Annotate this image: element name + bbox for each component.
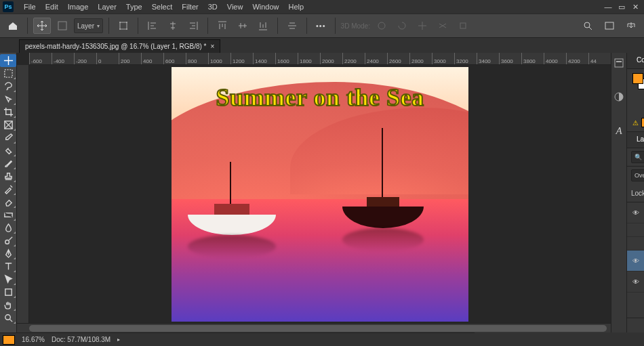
adjustments-panel-icon[interactable] (611, 89, 626, 104)
layer-filter-kind-dropdown[interactable]: 🔍Kind▾ (631, 151, 644, 163)
menu-select[interactable]: Select (147, 0, 178, 14)
dodge-tool[interactable] (0, 234, 16, 247)
svg-point-15 (5, 315, 10, 320)
crop-tool[interactable] (0, 106, 16, 118)
layers-panel: Layers Channels Paths ≡ 🔍Kind▾ ▦ ◐ T ▭ ▣… (627, 131, 644, 332)
align-top-icon[interactable] (214, 18, 231, 34)
pen-tool[interactable] (0, 247, 16, 260)
menu-window[interactable]: Window (247, 0, 283, 14)
align-bottom-icon[interactable] (254, 18, 272, 34)
character-panel-icon[interactable]: A (611, 123, 626, 138)
quick-select-tool[interactable] (0, 93, 16, 106)
svg-point-3 (126, 22, 127, 23)
3d-mode-label: 3D Mode: (341, 22, 370, 30)
move-tool[interactable] (0, 54, 16, 67)
align-vcenter-icon[interactable] (234, 18, 251, 34)
document-tab-strip: pexels-matt-hardy-1536305.jpg @ 16.7% (L… (0, 38, 644, 53)
marquee-tool[interactable] (0, 67, 16, 80)
type-tool[interactable] (0, 260, 16, 273)
history-brush-tool[interactable] (0, 183, 16, 196)
path-select-tool[interactable] (0, 273, 16, 286)
auto-select-target-dropdown[interactable]: Layer▾ (74, 18, 103, 33)
align-right-icon[interactable] (184, 18, 202, 34)
svg-point-13 (5, 240, 9, 244)
collapsed-panel-strip: A (611, 53, 626, 332)
stamp-tool[interactable] (0, 170, 16, 183)
align-left-icon[interactable] (144, 18, 161, 34)
svg-rect-7 (460, 23, 466, 28)
menu-help[interactable]: Help (284, 0, 309, 14)
document-tab[interactable]: pexels-matt-hardy-1536305.jpg @ 16.7% (L… (19, 39, 220, 53)
svg-rect-17 (616, 61, 622, 62)
boat-left (188, 181, 276, 235)
view-options-icon[interactable] (601, 18, 618, 34)
eraser-tool[interactable] (0, 196, 16, 209)
transform-controls-toggle[interactable] (115, 18, 132, 34)
fg-bg-swatch[interactable] (632, 73, 644, 89)
visibility-toggle-icon[interactable]: 👁 (631, 209, 641, 217)
menu-3d[interactable]: 3D (203, 0, 222, 14)
visibility-toggle-icon[interactable]: 👁 (631, 257, 641, 265)
right-panels: Color Swatches ≡ ⚠ Layers Channels Paths… (626, 53, 644, 332)
lock-label: Lock: (631, 190, 644, 197)
home-icon[interactable] (4, 18, 22, 34)
status-fg-swatch[interactable] (3, 335, 15, 345)
canvas-stage[interactable]: Summer on the Sea (29, 65, 611, 323)
align-hcenter-icon[interactable] (164, 18, 182, 34)
minimize-button[interactable]: — (602, 2, 614, 12)
search-icon[interactable] (579, 18, 597, 34)
layer-filter-row: 🔍Kind▾ ▦ ◐ T ▭ ▣ ⏻ (627, 148, 644, 167)
menu-edit[interactable]: Edit (41, 0, 63, 14)
horizontal-scrollbar[interactable] (17, 323, 611, 332)
zoom-level[interactable]: 16.67% (22, 336, 45, 343)
brush-tool[interactable] (0, 157, 16, 170)
app-badge: Ps (3, 1, 14, 12)
layer-effects-group[interactable]: 👁 Effects (627, 223, 644, 237)
gamut-warning-icon[interactable]: ⚠ (632, 119, 639, 127)
hand-tool[interactable] (0, 299, 16, 311)
visibility-toggle-icon[interactable]: 👁 (631, 278, 641, 286)
status-bar: 16.67% Doc: 57.7M/108.3M ▸ (0, 332, 475, 346)
auto-select-toggle[interactable] (54, 18, 71, 34)
menu-image[interactable]: Image (63, 0, 94, 14)
status-menu-caret[interactable]: ▸ (117, 337, 120, 343)
menu-view[interactable]: View (222, 0, 248, 14)
color-panel-header: Color Swatches ≡ (627, 53, 644, 69)
doc-size[interactable]: Doc: 57.7M/108.3M (52, 336, 110, 343)
zoom-tool[interactable] (0, 311, 16, 324)
layer-effect-stroke[interactable]: 👁 Stroke (627, 237, 644, 251)
distribute-icon[interactable] (283, 18, 301, 34)
blur-tool[interactable] (0, 221, 16, 234)
foreground-color-swatch[interactable] (632, 73, 643, 84)
layer-background[interactable]: 👁 Background copy (627, 272, 644, 293)
svg-point-2 (119, 22, 121, 23)
close-document-icon[interactable]: × (211, 43, 215, 50)
restore-button[interactable]: ▭ (616, 2, 628, 12)
gradient-tool[interactable] (0, 209, 16, 221)
svg-rect-10 (4, 70, 12, 77)
tab-color[interactable]: Color (631, 54, 644, 67)
lasso-tool[interactable] (0, 80, 16, 93)
history-panel-icon[interactable] (611, 56, 626, 70)
menu-filter[interactable]: Filter (177, 0, 203, 14)
eyedropper-tool[interactable] (0, 131, 16, 144)
menu-type[interactable]: Type (121, 0, 147, 14)
move-tool-icon[interactable] (33, 18, 51, 34)
layer-text[interactable]: 👁 T Summer on the Sea fx ▾ (627, 202, 644, 223)
share-icon[interactable] (622, 18, 640, 34)
layer-list: 👁 T Summer on the Sea fx ▾ 👁 Effects 👁 S… (627, 202, 644, 318)
menu-file[interactable]: File (19, 0, 41, 14)
blend-mode-dropdown[interactable]: Overlay▾ (631, 169, 644, 181)
3d-pan-icon (414, 18, 431, 34)
nearest-color-swatch[interactable] (641, 118, 644, 127)
more-align-icon[interactable]: ••• (313, 18, 329, 34)
menu-layer[interactable]: Layer (93, 0, 121, 14)
healing-tool[interactable] (0, 144, 16, 157)
shape-tool[interactable] (0, 286, 16, 299)
document-tab-title: pexels-matt-hardy-1536305.jpg @ 16.7% (L… (25, 43, 207, 50)
frame-tool[interactable] (0, 118, 16, 131)
layer-gradient[interactable]: 👁 Layer 1 (627, 251, 644, 272)
tab-layers[interactable]: Layers (631, 133, 644, 146)
svg-rect-16 (615, 59, 623, 67)
close-button[interactable]: ✕ (629, 2, 641, 12)
